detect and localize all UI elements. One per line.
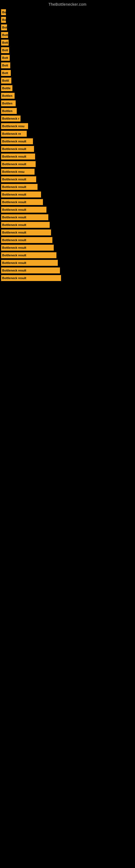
bar-row: Bottleneck result <box>0 184 135 190</box>
bar-row: Bottlen <box>0 100 135 106</box>
result-bar: Bottleneck result <box>1 245 54 251</box>
bar-row: Bottleneck resu <box>0 123 135 129</box>
result-bar: Bottleneck result <box>1 207 46 213</box>
bar-row: Bottleneck result <box>0 222 135 228</box>
bar-label: Bottl <box>2 79 9 82</box>
result-bar: Bottleneck result <box>1 161 36 167</box>
bar-row: Bottleneck result <box>0 176 135 182</box>
bar-row: Bott <box>0 70 135 76</box>
bar-label: Bottleneck result <box>2 155 26 158</box>
result-bar: Bottleneck result <box>1 176 36 182</box>
bar-label: Bottleneck result <box>2 178 26 181</box>
site-title: TheBottlenecker.com <box>0 0 135 8</box>
result-bar: Bott <box>1 32 8 38</box>
bar-label: Bott <box>2 71 8 74</box>
result-bar: Bottle <box>1 85 12 91</box>
bar-row: Bott <box>0 62 135 68</box>
result-bar: Bottleneck result <box>1 268 60 273</box>
result-bar: Bottleneck result <box>1 260 58 266</box>
result-bar: Bottleneck result <box>1 229 51 236</box>
bar-label: Bottleneck result <box>2 208 26 211</box>
result-bar: Bottlen <box>1 108 17 114</box>
result-bar: Bottleneck result <box>1 214 48 220</box>
bar-row: Bottlen <box>0 93 135 99</box>
bar-label: Bott <box>2 64 8 67</box>
bar-row: Bottleneck re <box>0 131 135 137</box>
bar-label: Bottleneck result <box>2 147 26 151</box>
result-bar: Bottleneck resu <box>1 123 28 129</box>
bar-label: Bott <box>2 33 8 37</box>
bar-row: Bott <box>0 32 135 38</box>
bar-label: Bottle <box>2 87 10 90</box>
bar-row: Bottleneck result <box>0 138 135 144</box>
bar-row: Bot <box>0 24 135 30</box>
bar-row: Bottleneck result <box>0 214 135 220</box>
bar-row: Bottleneck result <box>0 229 135 236</box>
bar-row: Bo <box>0 17 135 23</box>
bar-row: Bottleneck result <box>0 245 135 251</box>
result-bar: Bottleneck result <box>1 199 43 205</box>
result-bar: Bottlen <box>1 100 16 106</box>
bar-label: Bottleneck result <box>2 246 26 249</box>
bar-row: Bott <box>0 55 135 61</box>
bar-row: Bottleneck resu <box>0 169 135 175</box>
bar-label: Bottleneck r <box>2 117 19 120</box>
bar-row: Bottleneck r <box>0 116 135 122</box>
bar-label: Bo <box>2 18 6 22</box>
bar-row: Bottl <box>0 78 135 84</box>
bar-label: Bottleneck result <box>2 185 26 188</box>
result-bar: Bottleneck result <box>1 184 38 190</box>
result-bar: Bott <box>1 62 10 68</box>
bar-label: Bottleneck result <box>2 261 26 265</box>
result-bar: Bott <box>1 55 10 61</box>
result-bar: Bo <box>1 17 6 23</box>
result-bar: Bottleneck result <box>1 154 35 159</box>
result-bar: Bottleneck result <box>1 138 33 144</box>
result-bar: Bottleneck r <box>1 116 20 122</box>
result-bar: Bottleneck result <box>1 252 56 258</box>
bar-row: Bottleneck result <box>0 199 135 205</box>
bar-label: Bottleneck result <box>2 216 26 219</box>
bar-label: Bottleneck result <box>2 239 26 242</box>
result-bar: Bott <box>1 70 11 76</box>
bar-label: Bottleneck result <box>2 162 26 166</box>
bar-label: Bottleneck result <box>2 223 26 226</box>
bar-label: Bottleneck re <box>2 132 21 135</box>
bar-row: Bott <box>0 40 135 45</box>
bar-row: Bottleneck result <box>0 207 135 213</box>
bar-label: Bottleneck result <box>2 140 26 143</box>
bar-row: Bottle <box>0 85 135 91</box>
bar-row: Bottleneck result <box>0 161 135 167</box>
result-bar: Bottl <box>1 78 11 84</box>
result-bar: Bottleneck result <box>1 191 41 197</box>
bar-label: Bottlen <box>2 94 12 97</box>
bar-label: Bottleneck resu <box>2 124 25 128</box>
bar-label: Bottleneck result <box>2 231 26 234</box>
bar-row: Bottleneck result <box>0 252 135 258</box>
bar-label: Bott <box>2 49 8 52</box>
bar-row: Bottleneck result <box>0 237 135 243</box>
bar-label: Bot <box>2 26 7 29</box>
bar-label: Bottleneck result <box>2 193 26 196</box>
result-bar: Bot <box>1 24 7 30</box>
bar-row: Bott <box>0 47 135 53</box>
bar-label: Bott <box>2 56 8 59</box>
bar-row: Bo <box>0 9 135 15</box>
result-bar: Bott <box>1 47 9 53</box>
result-bar: Bottlen <box>1 93 14 99</box>
result-bar: Bott <box>1 40 9 45</box>
bar-label: Bottleneck result <box>2 254 26 257</box>
result-bar: Bottleneck result <box>1 275 61 281</box>
bar-label: Bott <box>2 41 8 44</box>
bar-label: Bottlen <box>2 109 12 113</box>
result-bar: Bottleneck resu <box>1 169 35 175</box>
bar-row: Bottlen <box>0 108 135 114</box>
result-bar: Bo <box>1 9 6 15</box>
bar-label: Bo <box>2 10 6 14</box>
bar-row: Bottleneck result <box>0 146 135 152</box>
bar-label: Bottlen <box>2 102 12 105</box>
bar-row: Bottleneck result <box>0 275 135 281</box>
bar-label: Bottleneck result <box>2 200 26 204</box>
bar-label: Bottleneck result <box>2 276 26 280</box>
result-bar: Bottleneck result <box>1 237 52 243</box>
